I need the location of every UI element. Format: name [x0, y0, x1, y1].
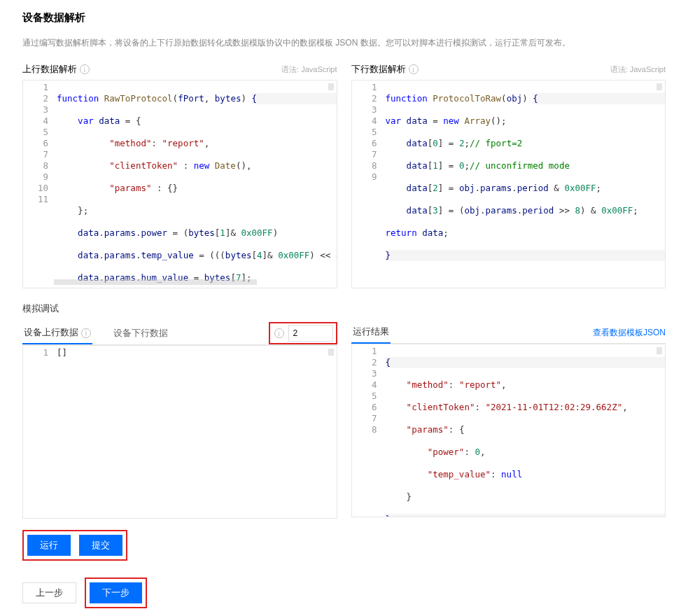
downlink-editor[interactable]: 123456789 function ProtocolToRaw(obj) { …	[351, 80, 666, 288]
fport-highlight-box: i	[269, 322, 337, 344]
info-icon[interactable]: i	[81, 328, 91, 338]
downlink-lang-label: 语法: JavaScript	[610, 64, 666, 75]
page-title: 设备数据解析	[22, 11, 666, 24]
tab-device-uplink[interactable]: 设备上行数据 i	[22, 323, 92, 344]
uplink-editor[interactable]: 1234567891011 function RawToProtocol(fPo…	[22, 80, 337, 288]
sim-input-editor[interactable]: 1 []	[22, 345, 337, 519]
run-button[interactable]: 运行	[27, 535, 71, 556]
info-icon[interactable]: i	[274, 328, 284, 338]
prev-button[interactable]: 上一步	[22, 582, 76, 603]
fport-input[interactable]	[288, 325, 333, 342]
sim-title: 模拟调试	[22, 302, 666, 315]
next-highlight-box: 下一步	[85, 578, 147, 608]
info-icon[interactable]: i	[80, 64, 90, 74]
uplink-title: 上行数据解析 i	[22, 63, 90, 76]
tab-run-result[interactable]: 运行结果	[351, 322, 391, 344]
next-button[interactable]: 下一步	[90, 582, 142, 603]
downlink-title: 下行数据解析 i	[351, 63, 419, 76]
tab-device-downlink[interactable]: 设备下行数据	[112, 323, 169, 344]
submit-button[interactable]: 提交	[79, 535, 122, 556]
info-icon[interactable]: i	[409, 64, 419, 74]
view-json-link[interactable]: 查看数据模板JSON	[593, 327, 666, 339]
uplink-lang-label: 语法: JavaScript	[281, 64, 337, 75]
sim-result-editor[interactable]: 12345678 { "method": "report", "clientTo…	[351, 344, 666, 517]
run-submit-highlight-box: 运行 提交	[22, 530, 127, 561]
page-desc: 通过编写数据解析脚本，将设备的上下行原始数据转化成数据模版协议中的数据模板 JS…	[22, 37, 666, 49]
